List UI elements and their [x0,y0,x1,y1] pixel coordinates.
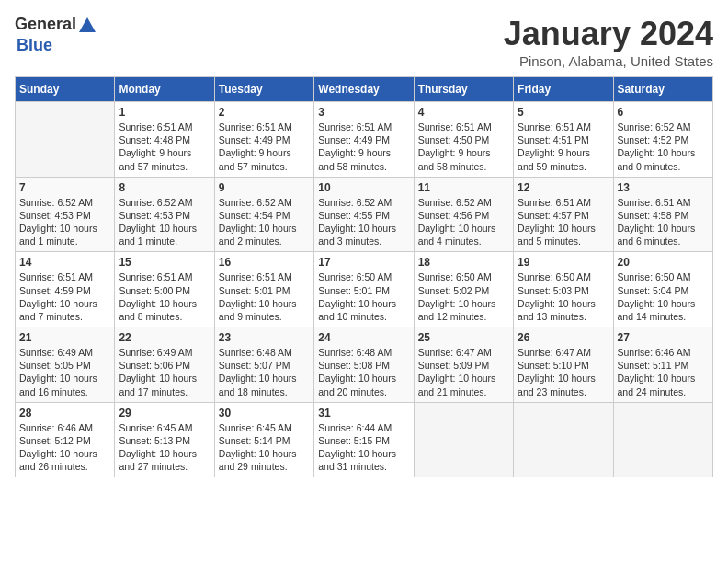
day-number: 9 [219,181,310,194]
day-info: Sunrise: 6:44 AMSunset: 5:15 PMDaylight:… [318,421,409,474]
day-info: Sunrise: 6:47 AMSunset: 5:10 PMDaylight:… [518,346,609,398]
day-number: 2 [219,106,310,119]
day-info: Sunrise: 6:51 AMSunset: 4:51 PMDaylight:… [518,121,609,173]
calendar-week-row: 14Sunrise: 6:51 AMSunset: 4:59 PMDayligh… [16,252,713,327]
day-info: Sunrise: 6:50 AMSunset: 5:02 PMDaylight:… [418,270,509,323]
table-row: 23Sunrise: 6:48 AMSunset: 5:07 PMDayligh… [214,327,313,403]
table-row [613,402,712,477]
day-number: 31 [318,407,409,419]
table-row: 26Sunrise: 6:47 AMSunset: 5:10 PMDayligh… [514,327,613,403]
logo-icon [77,16,97,36]
table-row: 10Sunrise: 6:52 AMSunset: 4:55 PMDayligh… [314,177,414,252]
table-row: 25Sunrise: 6:47 AMSunset: 5:09 PMDayligh… [414,327,513,403]
logo-text: General Blue [15,15,98,55]
table-row: 30Sunrise: 6:45 AMSunset: 5:14 PMDayligh… [214,402,313,477]
table-row: 21Sunrise: 6:49 AMSunset: 5:05 PMDayligh… [16,327,115,403]
day-number: 19 [518,256,609,269]
day-number: 11 [418,181,509,194]
table-row: 8Sunrise: 6:52 AMSunset: 4:53 PMDaylight… [115,177,214,252]
day-number: 5 [518,106,609,119]
table-row: 27Sunrise: 6:46 AMSunset: 5:11 PMDayligh… [613,327,712,403]
logo: General Blue [15,15,98,55]
day-info: Sunrise: 6:51 AMSunset: 4:50 PMDaylight:… [418,121,509,173]
calendar-week-row: 21Sunrise: 6:49 AMSunset: 5:05 PMDayligh… [16,327,713,403]
day-number: 21 [19,331,110,344]
table-row: 7Sunrise: 6:52 AMSunset: 4:53 PMDaylight… [16,177,115,252]
table-row: 13Sunrise: 6:51 AMSunset: 4:58 PMDayligh… [613,177,712,252]
table-row: 12Sunrise: 6:51 AMSunset: 4:57 PMDayligh… [514,177,613,252]
day-info: Sunrise: 6:46 AMSunset: 5:12 PMDaylight:… [19,421,110,474]
page-header: General Blue January 2024 Pinson, Alabam… [15,15,713,69]
day-number: 1 [119,106,210,119]
table-row: 28Sunrise: 6:46 AMSunset: 5:12 PMDayligh… [16,402,115,477]
day-info: Sunrise: 6:52 AMSunset: 4:56 PMDaylight:… [418,196,509,248]
day-info: Sunrise: 6:52 AMSunset: 4:54 PMDaylight:… [219,196,310,248]
day-number: 26 [518,331,609,344]
table-row: 18Sunrise: 6:50 AMSunset: 5:02 PMDayligh… [414,252,513,327]
col-sunday: Sunday [16,77,115,102]
col-monday: Monday [115,77,214,102]
day-number: 10 [318,181,409,194]
table-row: 2Sunrise: 6:51 AMSunset: 4:49 PMDaylight… [214,102,313,178]
day-number: 13 [618,181,709,194]
day-info: Sunrise: 6:51 AMSunset: 5:01 PMDaylight:… [219,270,310,323]
svg-marker-0 [79,17,96,32]
table-row: 15Sunrise: 6:51 AMSunset: 5:00 PMDayligh… [115,252,214,327]
day-number: 4 [418,106,509,119]
table-row: 19Sunrise: 6:50 AMSunset: 5:03 PMDayligh… [514,252,613,327]
table-row: 4Sunrise: 6:51 AMSunset: 4:50 PMDaylight… [414,102,513,178]
col-wednesday: Wednesday [314,77,414,102]
col-tuesday: Tuesday [214,77,313,102]
day-info: Sunrise: 6:51 AMSunset: 4:48 PMDaylight:… [119,121,210,173]
day-number: 23 [219,331,310,344]
calendar-week-row: 28Sunrise: 6:46 AMSunset: 5:12 PMDayligh… [16,402,713,477]
day-number: 24 [318,331,409,344]
table-row: 1Sunrise: 6:51 AMSunset: 4:48 PMDaylight… [115,102,214,178]
day-info: Sunrise: 6:50 AMSunset: 5:01 PMDaylight:… [318,270,409,323]
table-row: 3Sunrise: 6:51 AMSunset: 4:49 PMDaylight… [314,102,414,178]
day-number: 12 [518,181,609,194]
day-info: Sunrise: 6:51 AMSunset: 5:00 PMDaylight:… [119,270,210,323]
day-info: Sunrise: 6:50 AMSunset: 5:03 PMDaylight:… [518,270,609,323]
calendar-week-row: 7Sunrise: 6:52 AMSunset: 4:53 PMDaylight… [16,177,713,252]
table-row: 24Sunrise: 6:48 AMSunset: 5:08 PMDayligh… [314,327,414,403]
table-row [16,102,115,178]
day-info: Sunrise: 6:52 AMSunset: 4:52 PMDaylight:… [618,121,709,173]
day-info: Sunrise: 6:48 AMSunset: 5:08 PMDaylight:… [318,346,409,398]
day-number: 3 [318,106,409,119]
day-number: 14 [19,256,110,269]
day-number: 30 [219,407,310,419]
day-info: Sunrise: 6:51 AMSunset: 4:58 PMDaylight:… [618,196,709,248]
table-row: 20Sunrise: 6:50 AMSunset: 5:04 PMDayligh… [613,252,712,327]
day-info: Sunrise: 6:49 AMSunset: 5:05 PMDaylight:… [19,346,110,398]
day-number: 18 [418,256,509,269]
day-number: 25 [418,331,509,344]
day-number: 17 [318,256,409,269]
day-number: 28 [19,407,110,419]
day-number: 27 [618,331,709,344]
day-info: Sunrise: 6:50 AMSunset: 5:04 PMDaylight:… [618,270,709,323]
table-row: 22Sunrise: 6:49 AMSunset: 5:06 PMDayligh… [115,327,214,403]
calendar-header-row: Sunday Monday Tuesday Wednesday Thursday… [16,77,713,102]
day-info: Sunrise: 6:51 AMSunset: 4:49 PMDaylight:… [318,121,409,173]
table-row: 6Sunrise: 6:52 AMSunset: 4:52 PMDaylight… [613,102,712,178]
table-row [414,402,513,477]
col-thursday: Thursday [414,77,513,102]
day-info: Sunrise: 6:47 AMSunset: 5:09 PMDaylight:… [418,346,509,398]
day-info: Sunrise: 6:52 AMSunset: 4:53 PMDaylight:… [119,196,210,248]
table-row: 14Sunrise: 6:51 AMSunset: 4:59 PMDayligh… [16,252,115,327]
location-title: Pinson, Alabama, United States [504,53,713,69]
table-row: 16Sunrise: 6:51 AMSunset: 5:01 PMDayligh… [214,252,313,327]
day-number: 20 [618,256,709,269]
logo-general: General [15,15,76,33]
day-info: Sunrise: 6:51 AMSunset: 4:57 PMDaylight:… [518,196,609,248]
day-number: 29 [119,407,210,419]
table-row: 11Sunrise: 6:52 AMSunset: 4:56 PMDayligh… [414,177,513,252]
logo-blue: Blue [17,36,52,54]
day-info: Sunrise: 6:48 AMSunset: 5:07 PMDaylight:… [219,346,310,398]
day-info: Sunrise: 6:52 AMSunset: 4:55 PMDaylight:… [318,196,409,248]
day-number: 15 [119,256,210,269]
day-info: Sunrise: 6:51 AMSunset: 4:59 PMDaylight:… [19,270,110,323]
day-info: Sunrise: 6:45 AMSunset: 5:14 PMDaylight:… [219,421,310,474]
day-info: Sunrise: 6:51 AMSunset: 4:49 PMDaylight:… [219,121,310,173]
